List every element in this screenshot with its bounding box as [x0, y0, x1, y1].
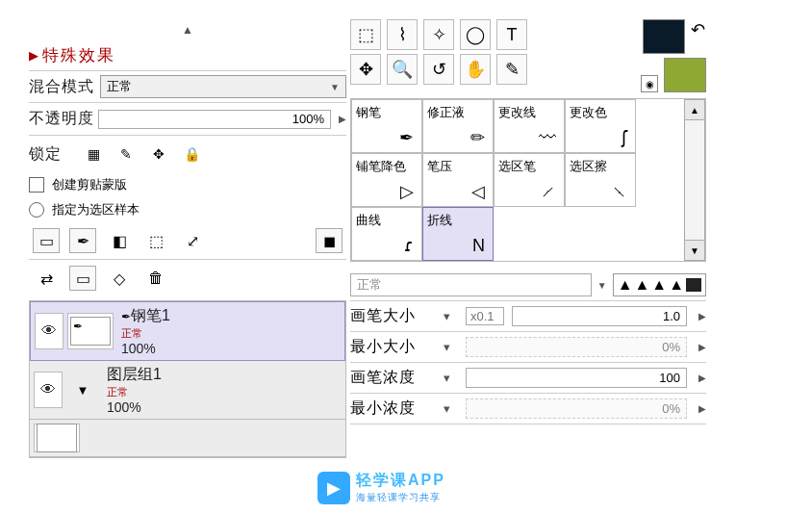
tool-category-panel: 钢笔✒修正液✏更改线〰更改色ʃ铺笔降色▷笔压◁选区笔⟋选区擦⟍曲线ɾ折线N ▲ … — [350, 98, 706, 262]
setting-label: 画笔大小 — [350, 306, 427, 326]
layer-row[interactable]: 👁 ▼ 图层组1 正常 100% — [30, 361, 345, 420]
opacity-value: 100% — [292, 112, 324, 126]
setting-multiplier[interactable]: x0.1 — [466, 307, 504, 325]
tip-shape-icon[interactable]: ▲ — [669, 276, 684, 294]
text-icon[interactable]: T — [496, 19, 527, 50]
clip-checkbox[interactable] — [29, 177, 44, 193]
tool-category-cell[interactable]: 更改色ʃ — [565, 99, 636, 153]
brush-setting-row: 画笔浓度▾100▶ — [350, 363, 706, 394]
tool-category-cell[interactable]: 钢笔✒ — [351, 99, 422, 153]
group-expand[interactable]: ▼ — [66, 372, 99, 408]
hand-icon[interactable]: ✋ — [460, 54, 491, 85]
mask-icon[interactable]: ◧ — [106, 228, 133, 253]
cat-label: 修正液 — [427, 104, 489, 121]
tool-category-cell[interactable]: 选区笔⟋ — [494, 153, 565, 207]
cat-label: 笔压 — [427, 158, 489, 175]
tip-square-icon[interactable] — [686, 278, 701, 292]
fg-color[interactable] — [643, 19, 685, 54]
scroll-track[interactable] — [684, 120, 705, 240]
tip-shape-icon[interactable]: ▲ — [651, 276, 667, 294]
setting-menu-icon[interactable]: ▾ — [435, 401, 458, 416]
tool-category-cell[interactable]: 选区擦⟍ — [565, 153, 636, 207]
transform-icon[interactable]: ⤢ — [179, 228, 206, 253]
setting-value[interactable]: 1.0 — [512, 306, 687, 326]
layer-visibility[interactable]: 👁 — [34, 372, 63, 408]
lock-all-icon[interactable]: 🔒 — [182, 144, 201, 164]
tool-category-cell[interactable]: 笔压◁ — [422, 153, 494, 207]
blend-mode-select[interactable]: 正常 ▼ — [100, 75, 346, 98]
brush-setting-row: 画笔大小▾x0.11.0▶ — [350, 301, 706, 332]
fx-header[interactable]: ▶ 特殊效果 — [29, 40, 346, 71]
wand-icon[interactable]: ✧ — [423, 19, 454, 50]
new-layer-icon[interactable]: ▭ — [33, 228, 60, 253]
layer-row[interactable] — [30, 420, 345, 457]
zoom-icon[interactable]: 🔍 — [387, 54, 418, 85]
setting-arrow-icon[interactable]: ▶ — [698, 311, 706, 321]
clip-row[interactable]: 创建剪贴蒙版 — [29, 172, 346, 197]
transfer-icon[interactable]: ⇄ — [33, 266, 60, 291]
tip-shape-icon[interactable]: ▲ — [618, 276, 633, 294]
lock-move-icon[interactable]: ✥ — [149, 144, 168, 164]
layer-visibility[interactable]: 👁 — [35, 313, 63, 349]
scrollbar[interactable]: ▲ ▼ — [684, 99, 705, 261]
tool-palette: ⬚ ⌇ ✧ ◯ T ✥ 🔍 ↺ ✋ ✎ ↶ — [350, 19, 706, 92]
cat-icon: 〰 — [539, 128, 556, 148]
dup-layer-icon[interactable]: ▭ — [69, 266, 96, 291]
select-rect-icon[interactable]: ⬚ — [350, 19, 381, 50]
tool-category-cell[interactable]: 铺笔降色▷ — [351, 153, 422, 207]
layer-thumb[interactable]: ✒ — [67, 313, 114, 349]
setting-arrow-icon[interactable]: ▶ — [698, 342, 706, 352]
scroll-up-icon[interactable]: ▲ — [684, 99, 705, 120]
trash-icon[interactable]: 🗑 — [142, 266, 169, 291]
erase-icon[interactable]: ◇ — [106, 266, 133, 291]
setting-label: 最小大小 — [350, 337, 427, 357]
setting-arrow-icon[interactable]: ▶ — [698, 373, 706, 383]
tool-category-cell[interactable]: 曲线ɾ — [351, 207, 422, 261]
new-linework-icon[interactable]: ✒ — [69, 228, 96, 253]
move-icon[interactable]: ✥ — [350, 54, 381, 85]
setting-menu-icon[interactable]: ▾ — [435, 371, 458, 385]
merge-icon[interactable]: ◼ — [316, 228, 343, 253]
default-colors-icon[interactable]: ◉ — [641, 75, 658, 92]
setting-menu-icon[interactable]: ▾ — [435, 309, 458, 323]
brush-setting-row: 最小浓度▾0%▶ — [350, 394, 706, 424]
scroll-down-icon[interactable]: ▼ — [684, 240, 705, 261]
lasso-icon[interactable]: ⌇ — [387, 19, 418, 50]
opacity-arrow-icon[interactable]: ▶ — [339, 114, 346, 124]
tip-shape-icon[interactable]: ▲ — [634, 276, 649, 294]
swap-colors-icon[interactable]: ↶ — [691, 19, 705, 40]
setting-menu-icon[interactable]: ▾ — [435, 340, 458, 354]
pen-icon: ✒ — [121, 310, 131, 323]
layer-mode: 正常 — [121, 326, 341, 341]
watermark-sub: 海量轻课学习共享 — [356, 491, 445, 504]
tool-category-cell[interactable]: 修正液✏ — [422, 99, 494, 153]
setting-value[interactable]: 0% — [466, 337, 687, 357]
setting-value[interactable]: 100 — [466, 368, 687, 388]
eye-icon: 👁 — [40, 381, 56, 398]
watermark: ▶ 轻学课APP 海量轻课学习共享 — [317, 471, 445, 504]
shapes-icon[interactable]: ◯ — [460, 19, 491, 50]
layer-opacity: 100% — [107, 399, 342, 415]
color-swatches: ↶ ◉ — [635, 19, 706, 92]
lock-transparency-icon[interactable]: ▦ — [84, 144, 103, 164]
layer-thumb[interactable] — [34, 424, 80, 452]
lock-paint-icon[interactable]: ✎ — [116, 144, 136, 164]
cat-label: 更改线 — [498, 104, 560, 121]
setting-value[interactable]: 0% — [466, 398, 687, 419]
layer-row[interactable]: 👁 ✒ ✒钢笔1 正常 100% — [30, 301, 345, 361]
bg-color[interactable] — [664, 58, 706, 92]
brush-blend-select[interactable]: 正常 — [350, 273, 592, 296]
layer-panel: ▲ ▶ 特殊效果 混合模式 正常 ▼ 不透明度 100% ▶ 锁定 ▦ ✎ — [29, 19, 346, 458]
cat-icon: ⟍ — [610, 182, 627, 202]
cat-label: 选区擦 — [570, 158, 631, 175]
opacity-slider[interactable]: 100% — [98, 110, 331, 129]
tool-category-cell[interactable]: 更改线〰 — [494, 99, 565, 153]
sample-radio[interactable] — [29, 202, 44, 218]
sample-row[interactable]: 指定为选区样本 — [29, 197, 346, 222]
brush-tip-shapes[interactable]: ▲ ▲ ▲ ▲ — [613, 273, 706, 296]
clear-icon[interactable]: ⬚ — [142, 228, 169, 253]
eyedrop-icon[interactable]: ✎ — [496, 54, 527, 85]
setting-arrow-icon[interactable]: ▶ — [698, 403, 706, 414]
rotate-icon[interactable]: ↺ — [423, 54, 454, 85]
tool-category-cell[interactable]: 折线N — [422, 207, 494, 261]
